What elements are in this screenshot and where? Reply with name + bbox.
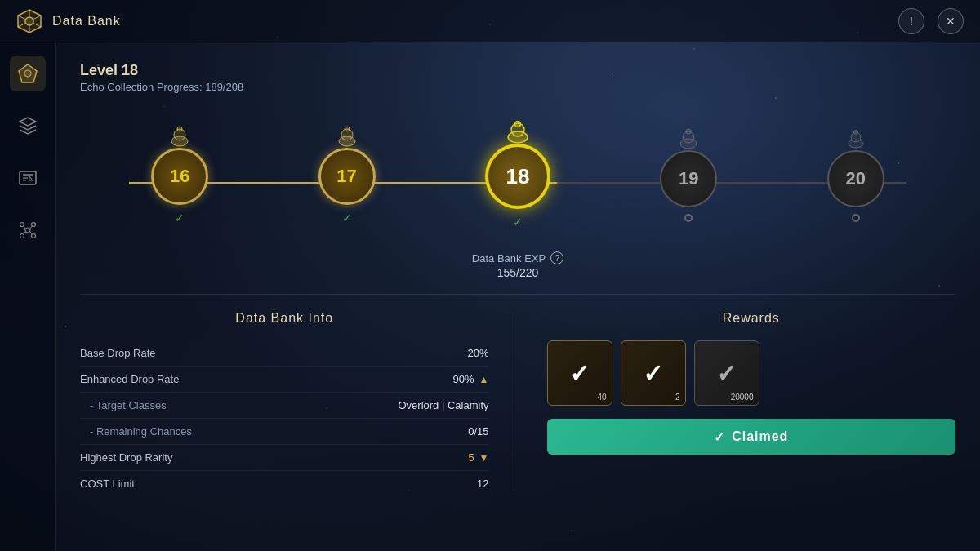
reward-count-3: 20000	[731, 393, 754, 402]
milestone-18: 18 ✓	[485, 121, 550, 229]
exp-help-button[interactable]: ?	[550, 251, 564, 264]
svg-line-32	[24, 226, 25, 229]
title-actions: ! ✕	[898, 8, 964, 34]
reward-count-1: 40	[597, 393, 606, 402]
reward-check-1: ✓	[569, 359, 590, 388]
reward-item-2[interactable]: ✓ 2	[621, 340, 686, 406]
milestone-dot-20	[852, 214, 860, 222]
milestone-circle-17[interactable]: 17	[318, 148, 376, 205]
sidebar-item-network[interactable]	[10, 212, 46, 248]
svg-line-33	[30, 226, 32, 229]
info-button[interactable]: !	[898, 8, 924, 34]
progress-track: 16 ✓ 17 ✓	[80, 109, 956, 240]
milestone-circle-16[interactable]: 16	[151, 148, 208, 205]
reward-item-1[interactable]: ✓ 40	[547, 340, 612, 406]
info-row-cost-limit: COST Limit 12	[80, 471, 489, 496]
milestone-check-17: ✓	[342, 211, 352, 224]
reward-check-3: ✓	[716, 359, 737, 388]
milestone-20: 20	[827, 127, 884, 222]
svg-line-34	[24, 232, 25, 234]
title-bar: Data Bank ! ✕	[0, 0, 980, 42]
reward-item-3[interactable]: ✓ 20000	[694, 340, 760, 406]
svg-point-38	[177, 127, 182, 131]
base-drop-label: Base Drop Rate	[80, 347, 156, 359]
info-row-base-drop: Base Drop Rate 20%	[80, 340, 489, 367]
reward-check-2: ✓	[643, 359, 663, 388]
main-content: Level 18 Echo Collection Progress: 189/2…	[56, 42, 980, 551]
milestone-16: 16 ✓	[151, 125, 208, 224]
milestone-check-16: ✓	[175, 211, 185, 224]
claimed-check-icon: ✓	[714, 429, 725, 445]
echo-progress: Echo Collection Progress: 189/208	[80, 81, 956, 93]
milestone-dot-19	[684, 214, 693, 222]
rewards-panel: Rewards ✓ 40 ✓ 2 ✓ 20000	[514, 311, 956, 491]
divider	[80, 294, 956, 295]
base-drop-value: 20%	[467, 347, 488, 359]
exp-info: Data Bank EXP ? 155/220	[80, 251, 956, 279]
enhanced-drop-expand[interactable]: ▲	[479, 374, 489, 385]
target-classes-value: Overlord | Calamity	[398, 399, 488, 411]
sidebar	[0, 42, 56, 551]
exp-value: 155/220	[80, 266, 956, 279]
app-icon	[16, 8, 42, 34]
svg-point-17	[25, 17, 33, 25]
svg-point-25	[24, 70, 31, 77]
claimed-button[interactable]: ✓ Claimed	[547, 419, 956, 455]
milestone-check-18: ✓	[513, 216, 523, 229]
svg-point-31	[31, 234, 35, 238]
remaining-chances-value: 0/15	[468, 425, 488, 438]
highest-rarity-value: 5 ▼	[468, 451, 488, 464]
enhanced-drop-label: Enhanced Drop Rate	[80, 373, 179, 385]
milestone-19: 19	[660, 127, 717, 222]
info-panel-title: Data Bank Info	[80, 311, 489, 326]
info-row-target-classes: - Target Classes Overlord | Calamity	[80, 393, 489, 419]
svg-point-41	[345, 127, 350, 131]
svg-point-30	[20, 234, 24, 238]
rewards-panel-title: Rewards	[547, 311, 956, 326]
svg-point-29	[31, 223, 35, 227]
milestone-circle-19[interactable]: 19	[660, 150, 717, 207]
rewards-grid: ✓ 40 ✓ 2 ✓ 20000	[547, 340, 956, 406]
milestone-17: 17 ✓	[318, 125, 376, 224]
level-title: Level 18	[80, 62, 956, 79]
sidebar-item-layers[interactable]	[10, 108, 46, 144]
claimed-button-label: Claimed	[732, 429, 788, 444]
level-info: Level 18 Echo Collection Progress: 189/2…	[80, 62, 956, 93]
enhanced-drop-value: 90% ▲	[453, 373, 489, 385]
info-panel: Data Bank Info Base Drop Rate 20% Enhanc…	[80, 311, 514, 491]
reward-count-2: 2	[675, 393, 680, 402]
info-row-highest-rarity: Highest Drop Rarity 5 ▼	[80, 445, 489, 471]
svg-line-35	[30, 232, 32, 234]
svg-point-47	[686, 129, 691, 134]
highest-rarity-expand[interactable]: ▼	[479, 452, 489, 464]
sidebar-item-diamond[interactable]	[10, 56, 46, 91]
svg-point-50	[853, 131, 858, 135]
info-row-remaining-chances: - Remaining Chances 0/15	[80, 419, 489, 445]
exp-label: Data Bank EXP ?	[80, 251, 956, 264]
svg-point-28	[20, 223, 24, 227]
target-classes-label: - Target Classes	[80, 399, 167, 411]
svg-point-44	[514, 122, 520, 127]
milestone-circle-20[interactable]: 20	[827, 150, 884, 207]
cost-limit-label: COST Limit	[80, 478, 135, 490]
milestone-circle-18[interactable]: 18	[485, 144, 550, 209]
bottom-panels: Data Bank Info Base Drop Rate 20% Enhanc…	[80, 311, 956, 491]
app-title: Data Bank	[52, 14, 121, 29]
cost-limit-value: 12	[477, 478, 488, 490]
close-button[interactable]: ✕	[938, 8, 964, 34]
info-row-enhanced-drop: Enhanced Drop Rate 90% ▲	[80, 367, 489, 393]
remaining-chances-label: - Remaining Chances	[80, 425, 192, 438]
highest-rarity-label: Highest Drop Rarity	[80, 451, 172, 464]
sidebar-item-card[interactable]	[10, 160, 46, 196]
svg-point-27	[25, 228, 30, 233]
milestones-container: 16 ✓ 17 ✓	[80, 109, 956, 240]
